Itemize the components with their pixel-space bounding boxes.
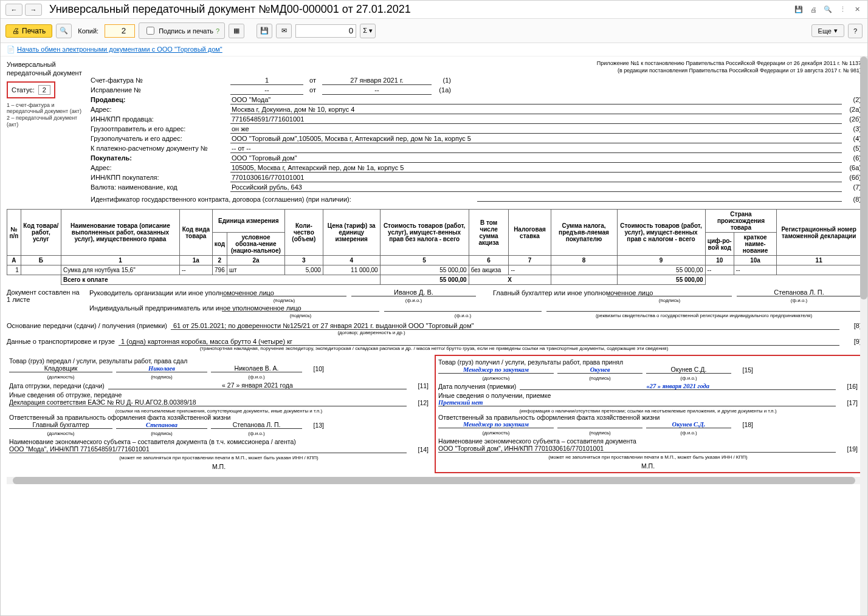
more-button[interactable]: Еще▾ bbox=[811, 24, 844, 37]
save-icon[interactable]: 💾 bbox=[793, 4, 804, 15]
preview-button[interactable]: 🔍 bbox=[56, 24, 72, 38]
receiver-resp-pos: Менеджер по закупкам bbox=[438, 421, 554, 428]
mail-button[interactable]: ✉ bbox=[276, 24, 292, 38]
shipper: он же bbox=[230, 125, 842, 134]
status-note-2: 2 – передаточный документ (акт) bbox=[7, 115, 86, 128]
sigma-button[interactable]: Σ ▾ bbox=[360, 24, 376, 38]
edi-link[interactable]: Начать обмен электронными документами с … bbox=[17, 46, 222, 53]
sign-print-label: Подпись и печать bbox=[159, 27, 213, 35]
edi-icon: 📄 bbox=[7, 46, 15, 53]
head-label: Руководитель организации или иное уполно… bbox=[89, 289, 217, 296]
seller-inn: 7716548591/771601001 bbox=[230, 115, 842, 124]
transport-value: 1 (одна) картонная коробка, масса брутто… bbox=[119, 338, 839, 346]
sender-org: ООО "Мода", ИНН/КПП 7716548591/771601001 bbox=[9, 445, 407, 453]
sender-sign: Николаев bbox=[116, 365, 207, 372]
buyer-value: ООО "Торговый дом" bbox=[230, 154, 842, 163]
sender-resp-pos: Главный бухгалтер bbox=[9, 421, 112, 429]
titlebar: ← → Универсальный передаточный документ … bbox=[1, 1, 867, 19]
horizontal-scrollbar[interactable] bbox=[7, 477, 861, 484]
seller-value: ООО "Мода" bbox=[230, 96, 842, 104]
status-label: Статус: bbox=[12, 86, 35, 94]
receiver-stamp: М.П. bbox=[438, 462, 858, 470]
currency: Российский рубль, 643 bbox=[230, 183, 842, 192]
contract-label: Идентификатор государственного контракта… bbox=[91, 196, 477, 203]
buyer-address: 105005, Москва г, Аптекарский пер, дом №… bbox=[230, 164, 842, 173]
chevron-down-icon: ▾ bbox=[834, 27, 838, 35]
kebab-icon[interactable]: ⋮ bbox=[837, 4, 848, 15]
print-icon[interactable]: 🖨 bbox=[808, 4, 819, 15]
sender-resp-fio: Степанова Л. П. bbox=[211, 421, 302, 429]
status-note-1: 1 – счет-фактура и передаточный документ… bbox=[7, 102, 86, 115]
acc-fio: Степанова Л. П. bbox=[737, 289, 861, 296]
invoice-label: Счет-фактура № bbox=[91, 77, 230, 84]
head-fio: Иванов Д. В. bbox=[351, 289, 476, 296]
invoice-date: 27 января 2021 г. bbox=[322, 77, 432, 85]
invoice-no: 1 bbox=[230, 77, 303, 85]
receive-other: Претензий нет bbox=[438, 399, 836, 406]
seller-address: Москва г, Докукина, дом № 10, корпус 4 bbox=[230, 106, 842, 114]
head-sign bbox=[222, 296, 346, 296]
paydoc: -- от -- bbox=[230, 145, 842, 153]
receive-date: «27 » января 2021 года bbox=[520, 383, 836, 390]
window-title: Универсальный передаточный документ №МД0… bbox=[49, 3, 793, 16]
help-button[interactable]: ? bbox=[848, 24, 863, 38]
receiver-position: Менеджер по закупкам bbox=[438, 366, 554, 374]
copies-input[interactable] bbox=[105, 24, 135, 38]
basis-value: 61 от 25.01.2021; по доверенности №125/2… bbox=[171, 322, 839, 330]
ip-label: Индивидуальный предприниматель или иное … bbox=[89, 304, 217, 312]
print-label: Печать bbox=[22, 27, 46, 35]
doc-type-title: Универсальный передаточный документ bbox=[7, 60, 86, 78]
sender-position: Кладовщик bbox=[9, 364, 112, 372]
contract-id bbox=[477, 193, 842, 202]
table-button[interactable]: ▦ bbox=[229, 24, 244, 38]
basis-label: Основание передачи (сдачи) / получения (… bbox=[7, 322, 167, 329]
ship-date: « 27 » января 2021 года bbox=[108, 382, 407, 389]
print-button[interactable]: 🖨 Печать bbox=[5, 24, 52, 38]
sender-fio: Николаев В. А. bbox=[211, 364, 302, 372]
appendix-note: Приложение №1 к постановлению Правительс… bbox=[91, 60, 861, 74]
receiver-sign: Окунев bbox=[557, 366, 642, 374]
toolbar: 🖨 Печать 🔍 Копий: Подпись и печать ? ▦ 💾… bbox=[1, 19, 867, 43]
doc-sheets: Документ составлен на 1 листе bbox=[7, 289, 80, 320]
total-row: Всего к оплате55 000,00X55 000,00 bbox=[7, 275, 861, 285]
edi-linkbar: 📄 Начать обмен электронными документами … bbox=[1, 43, 867, 56]
sender-resp-sign: Степанова bbox=[116, 422, 207, 429]
ship-other: Декларация соответствия ЕАЭС № RU Д- RU.… bbox=[9, 399, 407, 406]
table-row: 1Сумка для ноутбука 15,6"--796шт5,00011 … bbox=[7, 265, 861, 275]
status-value: 2 bbox=[38, 85, 50, 95]
sign-print-button[interactable]: Подпись и печать ? bbox=[139, 22, 225, 39]
buyer-inn: 7701030616/770101001 bbox=[230, 174, 842, 182]
acc-sign bbox=[607, 296, 732, 296]
back-button[interactable]: ← bbox=[5, 4, 22, 16]
close-icon[interactable]: ✕ bbox=[852, 4, 863, 15]
status-box: Статус: 2 bbox=[7, 81, 55, 98]
copies-label: Копий: bbox=[78, 27, 98, 35]
sign-checkbox[interactable] bbox=[146, 27, 154, 35]
consignee: ООО "Торговый дом",105005, Москва г, Апт… bbox=[230, 135, 842, 143]
seller-label: Продавец: bbox=[91, 96, 230, 103]
printer-icon: 🖨 bbox=[12, 27, 19, 35]
accountant-label: Главный бухгалтер или иное уполномоченно… bbox=[481, 289, 602, 296]
vertical-scrollbar[interactable] bbox=[860, 56, 867, 615]
forward-button[interactable]: → bbox=[25, 4, 42, 16]
preview-icon[interactable]: 🔍 bbox=[822, 4, 833, 15]
items-table: № п/п Код товара/ работ, услуг Наименова… bbox=[7, 209, 861, 285]
help-icon: ? bbox=[216, 27, 219, 35]
receiver-org: ООО "Торговый дом", ИНН/КПП 7701030616/7… bbox=[438, 445, 836, 453]
buyer-label: Покупатель: bbox=[91, 154, 230, 162]
receiver-fio: Окунев С.Д. bbox=[646, 366, 731, 374]
transport-label: Данные о транспортировке и грузе bbox=[7, 338, 115, 345]
correction-label: Исправление № bbox=[91, 86, 230, 94]
receiver-block: Товар (груз) получил / услуги, результат… bbox=[435, 355, 861, 473]
sender-stamp: М.П. bbox=[9, 463, 429, 470]
sender-block: Товар (груз) передал / услуги, результат… bbox=[7, 355, 431, 473]
document-content: Универсальный передаточный документ Стат… bbox=[1, 56, 867, 615]
qty-input[interactable] bbox=[295, 24, 356, 38]
receiver-resp-fio: Окунев С.Д. bbox=[646, 421, 731, 428]
disk-button[interactable]: 💾 bbox=[257, 24, 272, 38]
